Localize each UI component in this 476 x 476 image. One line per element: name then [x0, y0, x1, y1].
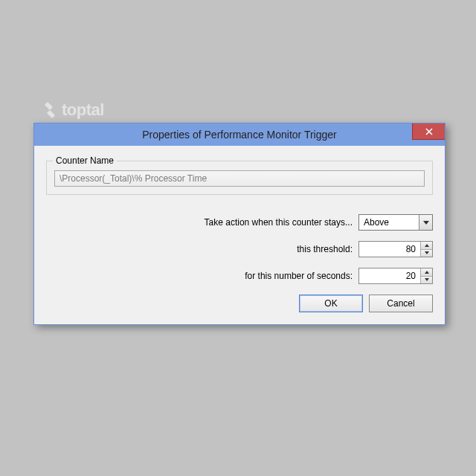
chevron-up-icon: [425, 271, 429, 274]
counter-name-group: Counter Name \Processor(_Total)\% Proces…: [46, 161, 433, 195]
threshold-spin-buttons: [420, 242, 432, 257]
brand-logo: toptal: [45, 100, 104, 120]
chevron-down-icon: [423, 221, 429, 225]
chevron-up-icon: [425, 244, 429, 247]
threshold-value[interactable]: 80: [359, 244, 420, 254]
cancel-button[interactable]: Cancel: [369, 295, 433, 312]
ok-button[interactable]: OK: [299, 295, 363, 312]
threshold-spinner[interactable]: 80: [358, 241, 433, 257]
dialog-window: Properties of Performance Monitor Trigge…: [33, 123, 446, 325]
close-icon: [425, 128, 433, 135]
seconds-spinner[interactable]: 20: [358, 268, 433, 284]
threshold-spin-up[interactable]: [421, 242, 432, 250]
toptal-icon: [45, 102, 58, 118]
dialog-title: Properties of Performance Monitor Trigge…: [34, 129, 445, 141]
seconds-spin-buttons: [420, 268, 432, 283]
settings-rows: Take action when this counter stays... A…: [46, 214, 433, 284]
seconds-spin-up[interactable]: [421, 268, 432, 277]
condition-value: Above: [364, 217, 389, 228]
threshold-label: this threshold:: [297, 244, 353, 254]
threshold-spin-down[interactable]: [421, 250, 432, 257]
seconds-row: for this number of seconds: 20: [46, 268, 433, 284]
condition-combobox[interactable]: Above: [358, 214, 433, 231]
titlebar[interactable]: Properties of Performance Monitor Trigge…: [34, 123, 445, 146]
chevron-down-icon: [425, 251, 429, 254]
condition-label: Take action when this counter stays...: [205, 217, 353, 228]
threshold-row: this threshold: 80: [46, 241, 433, 257]
combobox-arrow[interactable]: [419, 215, 432, 230]
close-button[interactable]: [412, 123, 445, 140]
counter-name-field[interactable]: \Processor(_Total)\% Processor Time: [54, 170, 425, 187]
dialog-buttons: OK Cancel: [46, 295, 433, 312]
condition-row: Take action when this counter stays... A…: [46, 214, 433, 231]
chevron-down-icon: [425, 278, 429, 281]
seconds-value[interactable]: 20: [359, 271, 420, 281]
counter-name-legend: Counter Name: [53, 155, 117, 166]
seconds-label: for this number of seconds:: [245, 271, 353, 281]
brand-text: toptal: [62, 100, 104, 120]
seconds-spin-down[interactable]: [421, 277, 432, 284]
dialog-body: Counter Name \Processor(_Total)\% Proces…: [34, 146, 445, 324]
